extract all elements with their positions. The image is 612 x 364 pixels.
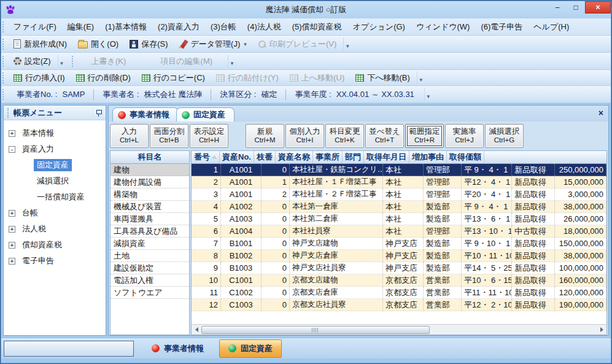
account-list-item[interactable]: 構築物 [110, 188, 189, 201]
menu-item[interactable]: (6)電子申告 [475, 19, 528, 35]
column-header[interactable]: 資産名称 [276, 151, 313, 163]
tree-item[interactable]: 法人税 [4, 221, 106, 237]
column-header[interactable]: 事業所 [313, 151, 343, 163]
menu-item[interactable]: 編集(E) [62, 19, 99, 35]
menu-item[interactable]: (4)法人税 [242, 19, 287, 35]
tree-item[interactable]: 固定資産 [4, 157, 106, 173]
account-list-item[interactable]: 車両運搬具 [110, 213, 189, 225]
minimize-button[interactable]: – [548, 1, 567, 14]
account-list-item[interactable]: 減損資産 [110, 238, 189, 250]
toolbar-button[interactable]: データ管理(J) ▾ [173, 36, 252, 52]
tree-item[interactable]: 一括償却資産 [4, 189, 106, 205]
column-header[interactable]: 部門 [343, 151, 364, 163]
toolbar-button[interactable]: 開く(O) ▾ [72, 36, 124, 52]
toolbar-button[interactable]: 印刷プレビュー(V) ▾ [252, 36, 343, 52]
column-header[interactable]: 番号 [192, 151, 220, 163]
menu-item[interactable]: ヘルプ(H) [528, 19, 575, 35]
table-row[interactable]: 11 C1002 0 京都支店倉庫 京都支店 営業部 平11・11・10 新品取… [192, 287, 606, 299]
action-button[interactable]: 画面分割 Ctrl+B [150, 124, 188, 148]
tree-item[interactable]: 電子申告 [4, 253, 106, 269]
action-button[interactable]: 新規 Ctrl+M [246, 124, 284, 148]
maximize-button[interactable]: □ [567, 1, 585, 14]
column-header[interactable]: 取得年月日 [364, 151, 409, 163]
toolbar-overflow-button[interactable]: ▾ [343, 37, 351, 51]
table-row[interactable]: 5 A1003 0 本社第二倉庫 本社 製造部 平13・ 6・ 1 新品取得 2… [192, 213, 606, 225]
menu-item[interactable]: (5)償却資産税 [287, 19, 347, 35]
scroll-right-icon[interactable] [597, 325, 606, 335]
account-list-item[interactable]: 機械及び装置 [110, 201, 189, 213]
menu-item[interactable]: ファイル(F) [8, 19, 62, 35]
action-button[interactable]: 範囲指定 Ctrl+R [405, 124, 444, 148]
account-list-item[interactable]: 土地 [110, 250, 189, 262]
action-button[interactable]: 入力 Ctrl+L [110, 124, 149, 148]
task-window-button[interactable]: 固定資産 [219, 339, 282, 358]
tree-expander-icon[interactable] [9, 258, 15, 265]
close-button[interactable]: × [585, 1, 611, 14]
row-toolbar-button[interactable]: 行の挿入(I) [8, 70, 71, 86]
account-list-item[interactable]: 建設仮勘定 [110, 262, 189, 274]
table-row[interactable]: 8 B1002 0 神戸支店倉庫 神戸支店 製造部 平10・11・10 新品取得… [192, 250, 606, 262]
table-row[interactable]: 9 B1003 0 神戸支店社員寮 神戸支店 製造部 平14・ 5・25 新品取… [192, 262, 606, 274]
account-list-item[interactable]: 電話加入権 [110, 274, 189, 287]
menu-item[interactable]: オプション(G) [347, 19, 411, 35]
tree-item[interactable]: 基本情報 [4, 125, 106, 141]
row-toolbar-button[interactable]: 行の削除(D) [71, 70, 136, 86]
toolbar-overflow-button[interactable]: ▾ [424, 88, 432, 101]
account-list-item[interactable]: 建物付属設備 [110, 176, 189, 188]
tree-expander-icon[interactable] [9, 210, 15, 217]
table-row[interactable]: 10 C1001 0 京都支店建物 京都支店 営業部 平10・ 6・15 新品取… [192, 274, 606, 287]
task-window-button[interactable]: 事業者情報 [142, 339, 213, 358]
horizontal-scrollbar[interactable] [192, 324, 606, 335]
tree-item[interactable]: 減損選択 [4, 173, 106, 189]
row-toolbar-button[interactable]: 上へ移動(U) [284, 70, 350, 86]
account-list-item[interactable]: 工具器具及び備品 [110, 225, 189, 238]
document-tab[interactable]: 固定資産 [176, 107, 234, 122]
account-list-item[interactable]: 建物 [110, 164, 189, 176]
table-row[interactable]: 7 B1001 0 神戸支店建物 神戸支店 製造部 平 9・10・ 1 新品取得… [192, 238, 606, 250]
row-toolbar-button[interactable]: 下へ移動(B) [350, 70, 416, 86]
toolbar-button[interactable]: 新規作成(N) ▾ [8, 36, 72, 52]
action-button[interactable]: 個別入力 Ctrl+I [285, 124, 324, 148]
table-row[interactable]: 6 A1004 0 本社社員寮 本社 管理部 平13・10・ 1 中古取得 18… [192, 225, 606, 238]
table-row[interactable]: 3 A1001 2 本社社屋・２Ｆ増築工事 本社 管理部 平20・ 4・ 1 新… [192, 188, 606, 201]
menu-item[interactable]: (3)台帳 [205, 19, 242, 35]
tree-expander-icon[interactable] [9, 146, 15, 153]
tree-item[interactable]: 資産入力 [4, 141, 106, 157]
document-tab[interactable]: 事業者情報 [112, 107, 179, 122]
tree-expander-icon[interactable] [9, 242, 15, 249]
scroll-left-icon[interactable] [192, 325, 201, 335]
menu-item[interactable]: (1)基本情報 [99, 19, 152, 35]
action-button[interactable]: 表示設定 Ctrl+H [190, 124, 228, 148]
table-row[interactable]: 2 A1001 1 本社社屋・１Ｆ増築工事 本社 管理部 平12・ 4・ 1 新… [192, 176, 606, 188]
action-button[interactable]: 実施率 Ctrl+J [445, 124, 484, 148]
scrollbar-thumb[interactable] [201, 326, 430, 334]
table-row[interactable]: 4 A1002 0 本社第一倉庫 本社 製造部 平 9・ 4・ 1 新品取得 3… [192, 201, 606, 213]
menu-item[interactable]: (2)資産入力 [152, 19, 205, 35]
toolbar-overflow-button[interactable]: ▾ [417, 71, 425, 85]
column-header[interactable]: 増加事由 [409, 151, 447, 163]
pin-icon[interactable] [96, 109, 102, 117]
account-list-item[interactable]: ソフトウエア [110, 287, 189, 299]
menu-item[interactable]: ウィンドウ(W) [411, 19, 475, 35]
tree-expander-icon[interactable] [9, 226, 15, 233]
table-row[interactable]: 1 A1001 0 本社社屋・鉄筋コンクリ… 本社 管理部 平 9・ 4・ 1 … [192, 164, 606, 176]
column-header[interactable]: 枝番 [254, 151, 276, 163]
action-button[interactable]: 減損選択 Ctrl+G [485, 124, 524, 148]
column-header[interactable]: 資産No. [220, 151, 254, 163]
tree-item[interactable]: 償却資産税 [4, 237, 106, 253]
toolbar-overflow-button[interactable]: ▾ [228, 55, 236, 68]
column-header[interactable]: 取得価額 [447, 151, 484, 163]
tab-close-icon[interactable]: × [598, 108, 603, 118]
toolbar-button[interactable]: 保存(S) ▾ [124, 36, 173, 52]
action-button[interactable]: 科目変更 Ctrl+K [325, 124, 364, 148]
tree-item[interactable]: 台帳 [4, 205, 106, 221]
row-toolbar-button[interactable]: 行の貼付け(Y) [211, 70, 284, 86]
toolbar-overflow-button[interactable]: ▾ [58, 55, 66, 68]
action-button[interactable]: 並べ替え Ctrl+T [365, 124, 404, 148]
edit-toolbar-button[interactable]: 上書き(K) [77, 53, 141, 69]
tree-expander-icon[interactable] [9, 130, 15, 137]
edit-toolbar-button[interactable]: 項目の編集(M) [146, 53, 227, 69]
settings-button[interactable]: 設定(Z) [8, 53, 56, 69]
table-row[interactable]: 12 C1003 0 京都支店社員寮 京都支店 営業部 平12・ 2・10 新品… [192, 299, 606, 311]
row-toolbar-button[interactable]: 行のコピー(C) [136, 70, 211, 86]
